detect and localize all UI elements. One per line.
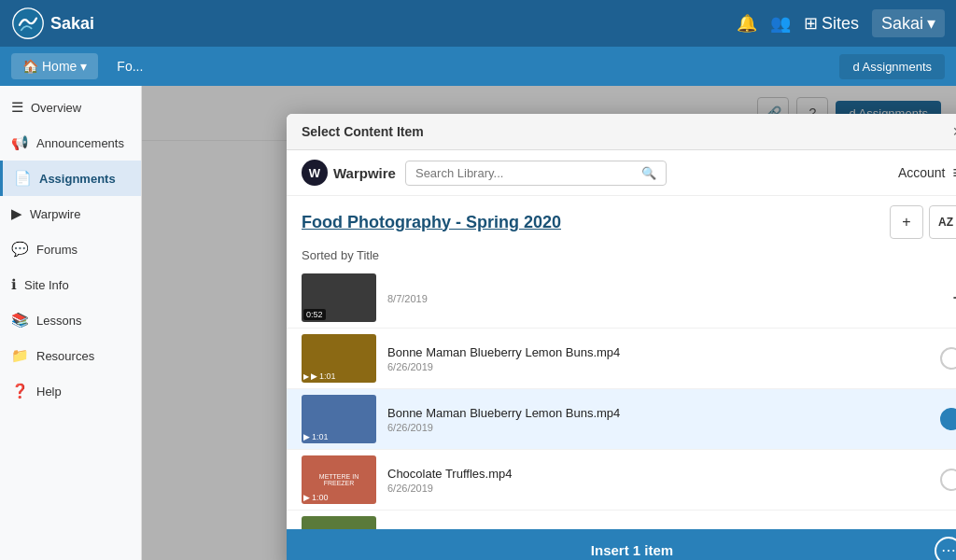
warpwire-name: Warpwire — [333, 165, 396, 181]
media-name: Chocolate Truffles.mp4 — [387, 467, 929, 481]
top-nav: Sakai 🔔 👥 ⊞ Sites Sakai ▾ — [0, 0, 956, 47]
top-nav-icons: 🔔 👥 ⊞ Sites Sakai ▾ — [737, 9, 945, 37]
sidebar-item-label: Warpwire — [30, 207, 80, 221]
sidebar-item-label: Announcements — [36, 136, 124, 150]
account-label: Account — [898, 165, 946, 180]
select-content-modal: Select Content Item × W Warpwire 🔍 Accou… — [287, 114, 956, 560]
forums-icon: 💬 — [11, 241, 29, 258]
sidebar-item-warpwire[interactable]: ▶ Warpwire — [0, 196, 141, 231]
modal-title: Select Content Item — [302, 124, 424, 139]
sites-button[interactable]: ⊞ Sites — [804, 13, 859, 34]
media-info: 8/7/2019 — [387, 291, 941, 304]
list-item[interactable]: 0:52 8/7/2019 − — [287, 268, 956, 329]
media-info: Bonne Maman Blueberry Lemon Buns.mp4 6/2… — [387, 406, 929, 433]
sidebar-item-announcements[interactable]: 📢 Announcements — [0, 125, 141, 161]
minus-icon[interactable]: − — [952, 288, 956, 308]
sidebar-item-site-info[interactable]: ℹ Site Info — [0, 267, 141, 302]
list-item[interactable]: ▶1:01 Bonne Maman Blueberry Lemon Buns.m… — [287, 329, 956, 389]
sidebar-item-label: Overview — [31, 101, 81, 115]
search-box[interactable]: 🔍 — [405, 161, 667, 186]
media-name: Bonne Maman Blueberry Lemon Buns.mp4 — [387, 406, 929, 420]
sidebar-item-overview[interactable]: ☰ Overview — [0, 90, 141, 125]
insert-bar: Insert 1 item ⋯ — [287, 529, 956, 560]
second-nav: 🏠 Home ▾ Fo... d Assignments — [0, 47, 956, 86]
media-info: Bonne Maman Blueberry Lemon Buns.mp4 6/2… — [387, 345, 929, 372]
site-info-icon: ℹ — [11, 276, 17, 293]
sidebar-item-assignments[interactable]: 📄 Assignments — [0, 161, 141, 196]
warpwire-logo: W Warpwire — [302, 160, 396, 186]
media-thumbnail: 0:52 — [302, 273, 376, 322]
announcements-icon: 📢 — [11, 134, 29, 151]
radio-button[interactable] — [940, 347, 956, 370]
sort-az-button[interactable]: AZ — [929, 205, 956, 239]
media-date: 8/7/2019 — [387, 293, 941, 304]
assignments-icon: 📄 — [14, 170, 32, 187]
group-icon[interactable]: 👥 — [770, 13, 791, 34]
help-icon: ❓ — [11, 383, 29, 399]
radio-button[interactable] — [940, 469, 956, 491]
sidebar-item-lessons[interactable]: 📚 Lessons — [0, 302, 141, 338]
library-title[interactable]: Food Photography - Spring 2020 — [302, 213, 561, 232]
account-area: Account ≡ — [898, 163, 956, 183]
media-thumbnail: METTERE IN FREEZER ▶1:00 — [302, 455, 376, 504]
warpwire-w-icon: W — [302, 160, 328, 186]
lessons-icon: 📚 — [11, 312, 29, 329]
resources-icon: 📁 — [11, 347, 29, 364]
warpwire-icon: ▶ — [11, 205, 22, 222]
home-tab[interactable]: 🏠 Home ▾ — [11, 53, 98, 79]
chevron-down-icon: ▾ — [80, 59, 87, 74]
user-menu-button[interactable]: Sakai ▾ — [872, 9, 945, 37]
sakai-logo: Sakai — [11, 7, 94, 40]
overview-icon: ☰ — [11, 99, 23, 116]
media-info: Chocolate Truffles.mp4 6/26/2019 — [387, 467, 929, 494]
media-name: Bonne Maman Blueberry Lemon Buns.mp4 — [387, 345, 929, 359]
sidebar-item-label: Assignments — [39, 172, 116, 186]
media-thumbnail: ▶1:01 — [302, 334, 376, 383]
sidebar-item-label: Forums — [36, 243, 77, 257]
add-button[interactable]: + — [890, 205, 923, 239]
sidebar: ☰ Overview 📢 Announcements 📄 Assignments… — [0, 86, 142, 560]
sidebar-item-label: Resources — [36, 349, 94, 363]
sidebar-item-label: Site Info — [24, 278, 69, 292]
library-header: Food Photography - Spring 2020 + AZ — [287, 196, 956, 245]
media-date: 6/26/2019 — [387, 361, 929, 372]
chevron-down-icon: ▾ — [927, 13, 935, 34]
modal-header: Select Content Item × — [287, 114, 956, 150]
list-item[interactable]: ▶3:00 Edinburgh Food Social-HD.mp4 6/26/… — [287, 511, 956, 529]
grid-icon: ⊞ — [804, 13, 818, 34]
sorted-label: Sorted by Title — [287, 245, 956, 268]
course-tab[interactable]: Fo... — [105, 53, 154, 79]
media-date: 6/26/2019 — [387, 483, 929, 494]
media-thumbnail: ▶3:00 — [302, 516, 376, 529]
insert-label: Insert 1 item — [591, 542, 673, 558]
sakai-wordmark: Sakai — [50, 14, 94, 34]
thumb-play-icon: ▶1:01 — [303, 371, 336, 381]
list-item[interactable]: ▶1:01 Bonne Maman Blueberry Lemon Buns.m… — [287, 389, 956, 450]
sidebar-item-label: Lessons — [36, 314, 81, 328]
content-area: 🔗 ? d Assignments Select Content Item × … — [142, 86, 956, 560]
hamburger-menu-icon[interactable]: ≡ — [952, 163, 956, 183]
svg-point-0 — [13, 8, 43, 38]
sidebar-item-label: Help — [36, 385, 62, 399]
list-item[interactable]: METTERE IN FREEZER ▶1:00 Chocolate Truff… — [287, 450, 956, 511]
media-date: 6/26/2019 — [387, 422, 929, 433]
sidebar-item-forums[interactable]: 💬 Forums — [0, 231, 141, 267]
sidebar-item-resources[interactable]: 📁 Resources — [0, 338, 141, 373]
modal-close-button[interactable]: × — [952, 123, 956, 140]
warpwire-bar: W Warpwire 🔍 Account ≡ — [287, 150, 956, 196]
search-input[interactable] — [415, 166, 641, 180]
thumb-duration: 0:52 — [303, 309, 326, 320]
home-icon: 🏠 — [22, 59, 38, 74]
insert-options-button[interactable]: ⋯ — [935, 537, 956, 561]
radio-button-selected[interactable] — [940, 408, 956, 430]
library-actions: + AZ — [890, 205, 956, 239]
media-list: 0:52 8/7/2019 − ▶1:01 Bonne Mama — [287, 268, 956, 529]
main-layout: ☰ Overview 📢 Announcements 📄 Assignments… — [0, 86, 956, 560]
bell-icon[interactable]: 🔔 — [737, 13, 757, 34]
media-thumbnail: ▶1:01 — [302, 395, 376, 443]
action-button[interactable]: d Assignments — [839, 54, 945, 79]
sidebar-item-help[interactable]: ❓ Help — [0, 373, 141, 409]
search-icon: 🔍 — [641, 166, 656, 180]
